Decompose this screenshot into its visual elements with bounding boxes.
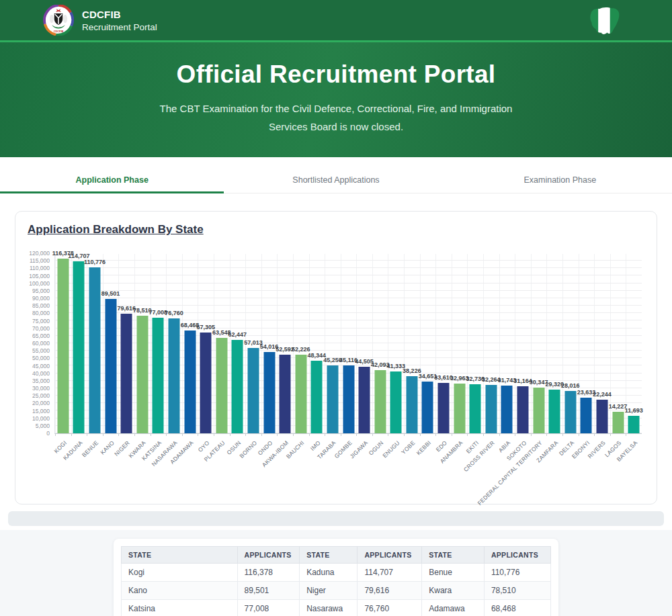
y-axis-tick-label: 80,000 bbox=[32, 310, 50, 316]
y-axis-tick-label: 65,000 bbox=[32, 333, 50, 339]
bar-value-label: 22,244 bbox=[593, 391, 612, 398]
y-axis-tick-label: 60,000 bbox=[32, 340, 50, 347]
applicants-table: STATEAPPLICANTSSTATEAPPLICANTSSTATEAPPLI… bbox=[121, 546, 551, 616]
tab-examination-phase[interactable]: Examination Phase bbox=[448, 168, 672, 193]
y-axis-tick-label: 35,000 bbox=[32, 378, 50, 384]
y-axis-tick-label: 40,000 bbox=[32, 370, 50, 377]
bar-jigawa[interactable] bbox=[359, 367, 370, 433]
table-cell: 114,707 bbox=[358, 564, 422, 582]
logo-text: CDCFIB bbox=[54, 30, 64, 33]
cdcfib-logo[interactable]: CDCFIB bbox=[43, 5, 74, 36]
hero-subtitle-line2: Services Board is now closed. bbox=[0, 118, 672, 136]
table-cell: 76,760 bbox=[358, 600, 422, 616]
chart-title: Application Breakdown By State bbox=[28, 223, 644, 236]
bar-ogun[interactable] bbox=[374, 370, 386, 433]
table-cell: 79,616 bbox=[358, 582, 422, 600]
bar-kebbi[interactable] bbox=[422, 382, 433, 433]
table-header-cell: STATE bbox=[422, 547, 485, 564]
bar-value-label: 76,760 bbox=[165, 310, 183, 316]
table-cell: 68,468 bbox=[484, 600, 550, 616]
y-axis-tick-label: 70,000 bbox=[32, 325, 50, 332]
bar-osun[interactable] bbox=[232, 340, 243, 433]
bar-value-label: 110,776 bbox=[84, 259, 106, 265]
table-header-cell: APPLICANTS bbox=[358, 547, 422, 564]
bar-benue[interactable] bbox=[89, 267, 100, 433]
chart-plot: 116,378KOGI114,707KADUNA110,776BENUE89,5… bbox=[54, 254, 642, 434]
y-axis-tick-label: 110,000 bbox=[30, 265, 50, 271]
bar-adamawa[interactable] bbox=[184, 331, 196, 433]
hero-subtitle: The CBT Examination for the Civil Defenc… bbox=[0, 99, 672, 136]
cdcfib-logo-icon: CDCFIB bbox=[43, 5, 74, 36]
bar-ekiti[interactable] bbox=[470, 384, 481, 433]
table-cell: Katsina bbox=[122, 600, 238, 616]
chart-y-axis: 05,00010,00015,00020,00025,00030,00035,0… bbox=[26, 254, 52, 434]
bar-bauchi[interactable] bbox=[295, 355, 306, 433]
bar-federal-capital-territory[interactable] bbox=[533, 388, 544, 433]
table-row: Kogi116,378Kaduna114,707Benue110,776 bbox=[122, 564, 551, 582]
y-axis-tick-label: 55,000 bbox=[32, 347, 50, 354]
table-row: Katsina77,008Nasarawa76,760Adamawa68,468 bbox=[122, 600, 551, 616]
bar-imo[interactable] bbox=[311, 361, 323, 433]
y-axis-tick-label: 100,000 bbox=[29, 280, 50, 287]
bar-delta[interactable] bbox=[564, 391, 576, 433]
bar-edo[interactable] bbox=[438, 383, 450, 433]
bar-cross-river[interactable] bbox=[485, 385, 497, 433]
bar-anambra[interactable] bbox=[454, 384, 465, 433]
table-cell: Adamawa bbox=[422, 600, 485, 616]
table-cell: Niger bbox=[300, 582, 358, 600]
y-axis-tick-label: 95,000 bbox=[32, 288, 50, 294]
bar-value-label: 11,693 bbox=[625, 407, 643, 414]
nigeria-map-icon bbox=[586, 5, 622, 36]
brand-block: CDCFIB Recruitment Portal bbox=[82, 9, 157, 32]
table-cell: Benue bbox=[422, 564, 485, 582]
y-axis-tick-label: 50,000 bbox=[32, 355, 50, 361]
table-cell: 110,776 bbox=[484, 564, 550, 582]
y-axis-tick-label: 105,000 bbox=[29, 273, 50, 279]
bar-taraba[interactable] bbox=[327, 365, 338, 433]
bar-nasarawa[interactable] bbox=[168, 318, 179, 433]
x-axis-label: ENUGU bbox=[381, 439, 401, 459]
bar-bayelsa[interactable] bbox=[628, 416, 640, 433]
y-axis-tick-label: 25,000 bbox=[32, 392, 50, 399]
table-cell: 89,501 bbox=[237, 582, 300, 600]
bar-gombe[interactable] bbox=[343, 365, 354, 433]
bar-plateau[interactable] bbox=[216, 338, 227, 433]
table-cell: 77,008 bbox=[237, 600, 300, 616]
bar-borno[interactable] bbox=[247, 348, 259, 433]
y-axis-tick-label: 85,000 bbox=[32, 302, 50, 309]
y-axis-tick-label: 75,000 bbox=[32, 318, 50, 324]
bar-ondo[interactable] bbox=[263, 352, 275, 433]
table-cell: Kwara bbox=[422, 582, 485, 600]
table-body: Kogi116,378Kaduna114,707Benue110,776Kano… bbox=[122, 564, 551, 616]
table-header-cell: APPLICANTS bbox=[237, 547, 300, 564]
tab-application-phase[interactable]: Application Phase bbox=[0, 168, 224, 193]
x-axis-label: IMO bbox=[309, 439, 322, 452]
hero-banner: Official Recruitment Portal The CBT Exam… bbox=[0, 40, 672, 157]
y-axis-tick-label: 15,000 bbox=[32, 408, 50, 414]
bar-kwara[interactable] bbox=[136, 316, 148, 433]
table-card: STATEAPPLICANTSSTATEAPPLICANTSSTATEAPPLI… bbox=[114, 539, 558, 616]
bar-rivers[interactable] bbox=[597, 400, 608, 433]
y-axis-tick-label: 120,000 bbox=[29, 250, 50, 257]
bar-katsina[interactable] bbox=[153, 318, 164, 433]
bar-abia[interactable] bbox=[501, 386, 513, 433]
x-axis-label: KEBBI bbox=[415, 439, 432, 456]
bar-kogi[interactable] bbox=[57, 259, 69, 433]
y-axis-tick-label: 0 bbox=[46, 430, 50, 437]
bar-sokoto[interactable] bbox=[517, 386, 529, 433]
table-header-cell: STATE bbox=[300, 547, 358, 564]
bar-niger[interactable] bbox=[121, 314, 132, 433]
bar-yobe[interactable] bbox=[406, 376, 417, 433]
tab-shortlisted-applications[interactable]: Shortlisted Applications bbox=[224, 168, 448, 193]
table-row: Kano89,501Niger79,616Kwara78,510 bbox=[122, 582, 551, 600]
bar-zamfara[interactable] bbox=[549, 390, 560, 433]
bar-oyo[interactable] bbox=[200, 333, 212, 433]
y-axis-tick-label: 10,000 bbox=[32, 415, 50, 422]
bar-enugu[interactable] bbox=[390, 371, 402, 433]
bar-akwa-ibom[interactable] bbox=[280, 355, 291, 433]
bar-kaduna[interactable] bbox=[73, 261, 85, 433]
bar-chart[interactable]: 05,00010,00015,00020,00025,00030,00035,0… bbox=[54, 254, 642, 434]
bar-kano[interactable] bbox=[105, 299, 116, 433]
bar-lagos[interactable] bbox=[612, 412, 624, 433]
bar-ebonyi[interactable] bbox=[581, 398, 592, 433]
